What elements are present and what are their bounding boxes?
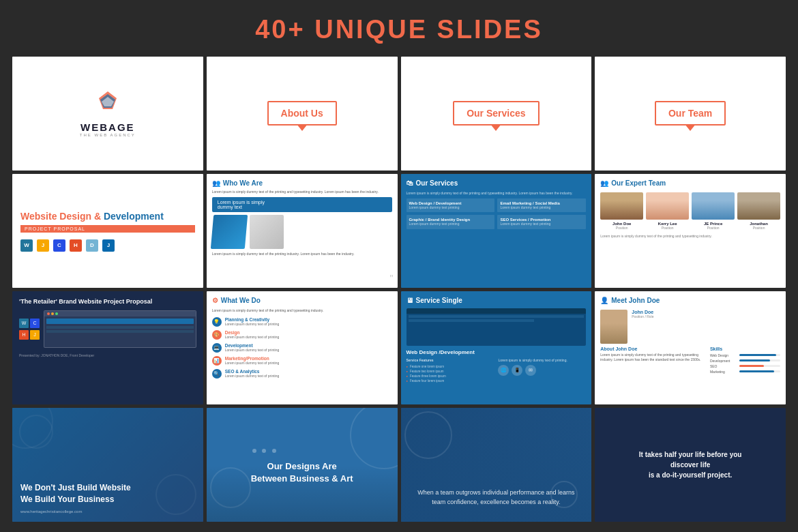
skill-label-wd: Web Design: [710, 353, 737, 357]
slide8-desc-text: Lorem ipsum is simply dummy text of the …: [600, 234, 780, 239]
monitor-line1: [409, 315, 585, 318]
feature-2: Feature two lorem ipsum: [407, 369, 494, 374]
slide-who-we-are: 👥 Who We Are Lorem ipsum is simply dummy…: [207, 174, 398, 288]
slide-discover-life: It takes half your life before you disco…: [595, 408, 786, 522]
slide15-text-block: When a team outgrows individual performa…: [409, 482, 584, 514]
dot1: [252, 449, 256, 453]
skill-label-dev: Development: [710, 359, 737, 363]
team-member-3: JE Prince Position: [692, 192, 735, 230]
skill-fill-wd: [739, 354, 776, 356]
john-name-block: John Doe Position / Role: [632, 310, 653, 344]
slide9-icon-row2: H J: [19, 330, 40, 340]
seo-body: Lorem ipsum dummy text of printing: [225, 374, 279, 379]
slide-logo: WEBAGE THE WEB AGENCY: [12, 57, 203, 171]
slide-what-we-do: ⚙ What We Do Lorem ipsum is simply dummy…: [207, 291, 398, 405]
service-item-3: Graphic / Brand Identity Design Lorem ip…: [407, 215, 495, 229]
services-grid: Web Design / Development Lorem ipsum dum…: [407, 198, 587, 229]
slide5-tech-icons: W J C H D J: [20, 239, 195, 252]
slide14-line2: Between Business & Art: [251, 473, 353, 485]
slide-service-single: 🖥 Service Single Web Design /Development…: [401, 291, 592, 405]
slide6-image-block2: [250, 215, 284, 249]
slide11-title-text: Service Single: [416, 297, 462, 304]
slide8-title-text: Our Expert Team: [611, 179, 666, 187]
tech-jm: J: [37, 239, 49, 252]
john-avatar: [600, 310, 627, 344]
slide10-header: ⚙ What We Do: [212, 297, 392, 304]
john-profile-top: John Doe Position / Role: [600, 310, 780, 344]
slide7-title-text: Our Services: [416, 179, 458, 187]
icon-j: J: [30, 330, 40, 340]
slide9-presenter: Presented by: JONATHON DOE, Front Develo…: [19, 353, 196, 357]
slide-we-build: We Don't Just Build Website We Build You…: [12, 408, 203, 522]
tech-css: C: [53, 239, 65, 252]
slide-our-services-title: Our Services: [401, 57, 592, 171]
slide13-line2: We Build Your Business: [20, 494, 195, 505]
slide9-content: W C H J: [19, 310, 196, 348]
service-item-2: Email Marketing / Social Media Lorem ips…: [497, 198, 586, 213]
slide9-title: 'The Retailer' Brand Website Project Pro…: [19, 298, 196, 305]
about-title: About John Doe: [600, 346, 706, 351]
seo-title: SEO & Analytics: [225, 369, 279, 374]
planning-text: Planning & Creativity Lorem ipsum dummy …: [225, 317, 279, 327]
slide9-icon-row1: W C: [19, 319, 40, 328]
tech-h5: H: [70, 239, 82, 252]
browser-dot-3: [55, 312, 58, 315]
marketing-icon: 📊: [212, 356, 222, 366]
s11-icon2: 📱: [512, 365, 522, 376]
john-details: About John Doe Lorem ipsum is simply dum…: [600, 346, 780, 375]
slide11-monitor: [407, 308, 587, 346]
slide16-line1: It takes half your life before you: [639, 449, 742, 460]
slide10-title-text: What We Do: [221, 297, 261, 304]
tech-jq: J: [102, 239, 115, 252]
team-grid: John Doe Position Kerry Lee Position JE …: [600, 192, 780, 230]
slide16-text: It takes half your life before you disco…: [639, 449, 742, 480]
circle-deco-6: [404, 411, 452, 459]
slide11-icons-col: Lorem ipsum is simply dummy text of prin…: [498, 358, 586, 383]
slide-our-services-content: 🛍 Our Services Lorem ipsum is simply dum…: [401, 174, 592, 288]
slide11-icons-row: 🌐 📱 ✉: [498, 365, 586, 376]
skill-track-dev: [739, 359, 780, 361]
slide-team-outgrows: When a team outgrows individual performa…: [401, 408, 592, 522]
logo-icon: [91, 90, 125, 117]
slide6-header: 👥 Who We Are: [212, 179, 392, 187]
team-member-2: Kerry Lee Position: [646, 192, 689, 230]
bag-icon: 🛍: [407, 179, 413, 187]
logo-brand-text: WEBAGE THE WEB AGENCY: [80, 121, 136, 137]
team-role-prince: Position: [692, 226, 735, 230]
slide9-icons-col: W C H J: [19, 319, 40, 340]
slide11-header: 🖥 Service Single: [407, 297, 587, 304]
wwd-item-design: 🎨 Design Lorem ipsum dummy text of print…: [212, 330, 392, 340]
slide6-image-block1: [211, 215, 248, 249]
planning-body: Lorem ipsum dummy text of printing: [225, 322, 279, 327]
slide10-desc: Lorem ipsum is simply dummy text of the …: [212, 308, 392, 313]
skill-track-seo: [739, 365, 780, 367]
avatar-prince: [692, 192, 735, 220]
service-item-4: SEO Services / Promotion Lorem ipsum dum…: [497, 215, 586, 229]
planning-icon: 💡: [212, 317, 222, 327]
skill-seo: SEO: [710, 364, 780, 368]
team-icon: 👥: [600, 179, 608, 187]
marketing-text: Marketing/Promotion Lorem ipsum dummy te…: [225, 356, 279, 366]
john-skills: Skills Web Design Development SEO: [710, 346, 780, 375]
slide11-lower: Service Features Feature one lorem ipsum…: [407, 358, 587, 383]
avatar-jonathan: [737, 192, 780, 220]
slide13-url: www.heritagechristiancollege.com: [20, 509, 195, 514]
team-role-jonathan: Position: [737, 226, 780, 230]
team-role-john: Position: [600, 226, 643, 230]
skill-label-mkt: Marketing: [710, 370, 737, 374]
browser-dot-2: [51, 312, 54, 315]
seo-text: SEO & Analytics Lorem ipsum dummy text o…: [225, 369, 279, 379]
slide12-header: 👤 Meet John Doe: [600, 297, 780, 304]
design-title: Design: [225, 330, 279, 335]
slide7-header: 🛍 Our Services: [407, 179, 587, 187]
slide8-header: 👥 Our Expert Team: [600, 179, 780, 187]
wwd-item-seo: 🔍 SEO & Analytics Lorem ipsum dummy text…: [212, 369, 392, 379]
person-icon: 👤: [600, 297, 608, 304]
design-body: Lorem ipsum dummy text of printing: [225, 335, 279, 340]
browser-dot-1: [47, 312, 50, 315]
browser-window: [44, 310, 196, 348]
service2-text: Lorem ipsum dummy text printing: [500, 205, 583, 210]
our-services-label: Our Services: [453, 101, 539, 125]
slide6-footer-text: Lorem ipsum is simply dummy text of the …: [212, 252, 392, 256]
wwd-item-dev: 💻 Development Lorem ipsum dummy text of …: [212, 343, 392, 353]
